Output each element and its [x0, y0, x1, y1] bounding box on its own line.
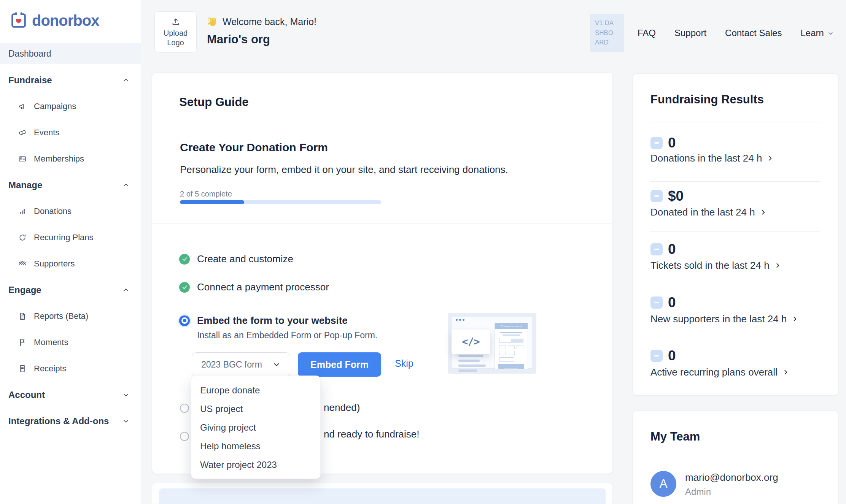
sidebar-item-campaigns[interactable]: Campaigns [0, 93, 140, 119]
radio-unselected[interactable] [180, 432, 189, 441]
nav-contact-sales[interactable]: Contact Sales [725, 28, 782, 38]
stat-value: 0 [668, 134, 676, 152]
fundraising-results-card: Fundraising Results 0 Donations in the l… [633, 73, 838, 396]
sidebar: donorbox Dashboard Fundraise Campaigns E… [0, 0, 141, 504]
logo-wordmark: donorbox [32, 12, 99, 29]
chevron-right-icon [774, 262, 781, 269]
org-name: Mario's org [207, 33, 270, 46]
nav-faq[interactable]: FAQ [638, 28, 656, 38]
sidebar-item-events[interactable]: Events [0, 119, 140, 146]
step-label: Embed the form to your website [197, 315, 348, 326]
step-label-fragment: nended) [324, 402, 360, 414]
sidebar-item-reports[interactable]: Reports (Beta) [0, 303, 140, 329]
stat-dash-icon [650, 190, 663, 202]
chevron-down-icon [827, 30, 834, 36]
version-badge: V1 DASHBOARD [590, 14, 624, 52]
upload-logo-button[interactable]: Upload Logo [154, 11, 197, 52]
sidebar-section-fundraise[interactable]: Fundraise [0, 67, 140, 93]
step-label: Create and customize [197, 253, 293, 265]
sidebar-section-account[interactable]: Account [0, 382, 140, 408]
nav-support[interactable]: Support [674, 28, 706, 38]
stat-row-tickets-24h[interactable]: Tickets sold in the last 24 h [650, 260, 781, 271]
my-team-card: My Team A mario@donorbox.org Admin [633, 410, 838, 504]
welcome-text: Welcome back, Mario! [223, 16, 316, 27]
donorbox-logo[interactable]: donorbox [10, 11, 99, 30]
check-circle-icon [179, 282, 190, 293]
stat-dash-icon [650, 350, 663, 362]
stat-row-active-recurring-plans[interactable]: Active recurring plans overall [650, 366, 789, 378]
sidebar-item-receipts[interactable]: Receipts [0, 355, 140, 382]
ticket-icon [18, 128, 27, 137]
stat-dash-icon [650, 243, 663, 255]
wave-emoji-icon [207, 16, 218, 27]
flag-icon [18, 338, 27, 347]
people-icon [18, 259, 27, 268]
stat-row-donations-24h[interactable]: Donations in the last 24 h [650, 152, 773, 164]
donation-form-heading: Create Your Donation Form [180, 141, 328, 154]
megaphone-icon [18, 102, 27, 111]
stat-value: $0 [668, 187, 684, 205]
mini-donation-form: Choose amount [495, 323, 528, 370]
dropdown-option[interactable]: Europe donate [191, 381, 320, 399]
chevron-right-icon [767, 155, 773, 162]
fundraising-results-title: Fundraising Results [650, 93, 764, 106]
sidebar-section-integrations[interactable]: Integrations & Add-ons [0, 408, 140, 434]
setup-guide-title: Setup Guide [179, 95, 249, 109]
chevron-right-icon [760, 209, 766, 216]
avatar: A [650, 471, 676, 497]
divider [650, 181, 821, 182]
membership-card-icon [18, 154, 27, 163]
divider [650, 122, 821, 122]
dropdown-option[interactable]: Giving project [191, 418, 320, 437]
next-section-banner [159, 488, 606, 504]
chevron-right-icon [782, 369, 789, 376]
stat-dash-icon [650, 296, 663, 309]
report-document-icon [18, 312, 27, 321]
welcome-message: Welcome back, Mario! [207, 16, 316, 27]
sidebar-item-recurring-plans[interactable]: Recurring Plans [0, 224, 140, 250]
sidebar-section-engage[interactable]: Engage [0, 277, 140, 303]
embed-illustration: Choose amount </> [448, 313, 536, 374]
sidebar-item-dashboard[interactable]: Dashboard [0, 43, 141, 64]
sidebar-nav: Fundraise Campaigns Events Memberships M… [0, 67, 140, 434]
chevron-right-icon [792, 316, 798, 322]
donation-form-description: Personalize your form, embed it on your … [180, 164, 508, 176]
divider [650, 285, 821, 285]
form-select[interactable]: 2023 BGC form [192, 352, 290, 377]
sidebar-item-supporters[interactable]: Supporters [0, 250, 140, 277]
donorbox-box-heart-icon [10, 11, 27, 30]
member-email: mario@donorbox.org [685, 472, 778, 483]
form-select-dropdown: Europe donate US project Giving project … [191, 376, 321, 479]
stat-value: 0 [668, 347, 676, 365]
radio-selected[interactable] [179, 315, 190, 326]
dropdown-option[interactable]: Water project 2023 [191, 455, 320, 474]
code-embed-card: </> [452, 330, 490, 354]
step-create-and-customize: Create and customize [179, 253, 293, 265]
dropdown-option[interactable]: Help homeless [191, 437, 320, 455]
stat-row-new-supporters-24h[interactable]: New supporters in the last 24 h [650, 313, 798, 325]
divider [152, 128, 612, 128]
top-nav: FAQ Support Contact Sales Learn [638, 23, 834, 43]
divider [152, 223, 612, 224]
member-role: Admin [685, 487, 711, 497]
stat-value: 0 [668, 294, 676, 311]
stat-dash-icon [650, 137, 663, 149]
sidebar-item-moments[interactable]: Moments [0, 329, 140, 355]
next-section-card [152, 483, 613, 504]
dropdown-option[interactable]: US project [191, 399, 320, 418]
progress-fill [180, 200, 244, 204]
step-label: Connect a payment processor [197, 281, 329, 293]
nav-learn[interactable]: Learn [801, 28, 834, 38]
chevron-up-icon [122, 181, 130, 189]
stat-row-donated-24h[interactable]: Donated in the last 24 h [650, 206, 766, 218]
receipt-icon [18, 364, 27, 373]
step-connect-payment-processor: Connect a payment processor [179, 281, 329, 293]
refresh-icon [18, 233, 27, 242]
radio-unselected[interactable] [180, 404, 189, 413]
sidebar-section-manage[interactable]: Manage [0, 172, 140, 198]
sidebar-item-memberships[interactable]: Memberships [0, 146, 140, 172]
skip-link[interactable]: Skip [395, 358, 413, 369]
chevron-up-icon [122, 286, 130, 294]
sidebar-item-donations[interactable]: Donations [0, 198, 140, 224]
embed-form-button[interactable]: Embed Form [298, 352, 381, 377]
